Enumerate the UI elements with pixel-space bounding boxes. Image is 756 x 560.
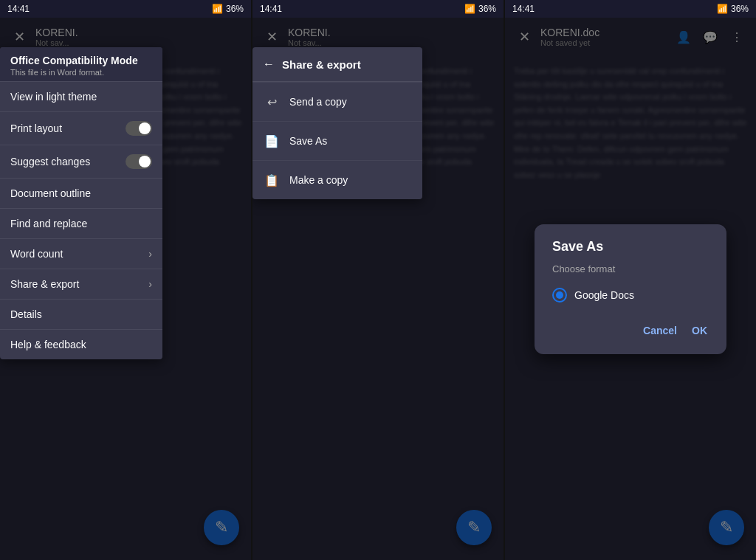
menu-item-word-count[interactable]: Word count ›: [0, 238, 162, 269]
dialog-title: Save As: [552, 239, 709, 255]
battery-1: 36%: [226, 4, 244, 14]
time-2: 14:41: [260, 4, 282, 14]
details-label: Details: [10, 308, 42, 320]
share-export-menu: ← Share & export ↩ Send a copy 📄 Save As…: [252, 47, 422, 199]
main-area: ✕ KORENI. Not sav... Treba per tôt kastí…: [0, 18, 756, 560]
status-panel-1: 14:41 📶 36%: [0, 0, 251, 18]
menu-header-subtitle: This file is in Word format.: [10, 68, 152, 77]
suggest-knob: [139, 156, 151, 167]
find-replace-label: Find and replace: [10, 218, 87, 229]
menu-item-suggest[interactable]: Suggest changes: [0, 145, 162, 178]
status-icons-1: 📶 36%: [212, 4, 244, 14]
dialog-option-text: Google Docs: [574, 289, 634, 301]
outline-label: Document outline: [10, 187, 91, 199]
word-count-chevron: ›: [148, 248, 152, 260]
save-as-dialog: Save As Choose format Google Docs Cancel…: [535, 224, 726, 354]
share-menu-title: Share & export: [282, 58, 361, 71]
menu-item-print-layout[interactable]: Print layout: [0, 111, 162, 145]
menu-header: Office Compatibility Mode This file is i…: [0, 47, 162, 81]
battery-2: 36%: [478, 4, 496, 14]
word-count-label: Word count: [10, 248, 63, 260]
panel-2: ✕ KORENI. Not sav... Treba per tôt kastí…: [252, 18, 504, 560]
menu-item-view-light-left: View in light theme: [10, 91, 97, 103]
share-export-chevron: ›: [148, 278, 152, 290]
time-1: 14:41: [7, 4, 30, 14]
battery-3: 36%: [731, 4, 749, 14]
main-dropdown-menu: Office Compatibility Mode This file is i…: [0, 47, 162, 359]
radio-circle[interactable]: [552, 288, 567, 303]
wifi-icon-2: 📶: [464, 4, 475, 14]
menu-item-details[interactable]: Details: [0, 299, 162, 329]
cancel-button[interactable]: Cancel: [642, 322, 678, 339]
suggest-toggle[interactable]: [126, 154, 152, 169]
dialog-subtitle: Choose format: [552, 263, 709, 274]
save-as-label: Save As: [289, 135, 327, 147]
print-layout-label: Print layout: [10, 122, 62, 134]
send-copy-icon: ↩: [263, 93, 281, 111]
status-icons-2: 📶 36%: [464, 4, 496, 14]
menu-item-suggest-left: Suggest changes: [10, 156, 90, 167]
print-layout-knob: [139, 122, 151, 134]
share-export-label: Share & export: [10, 278, 79, 290]
wifi-icon-3: 📶: [717, 4, 728, 14]
share-menu-header: ← Share & export: [252, 47, 422, 82]
print-layout-toggle[interactable]: [126, 121, 152, 136]
menu-item-share-export[interactable]: Share & export ›: [0, 269, 162, 299]
dialog-overlay[interactable]: Save As Choose format Google Docs Cancel…: [505, 18, 756, 560]
menu-item-outline[interactable]: Document outline: [0, 178, 162, 208]
status-bar: 14:41 📶 36% 14:41 📶 36% 14:41 📶 36%: [0, 0, 756, 18]
dialog-option-google-docs[interactable]: Google Docs: [552, 283, 709, 307]
menu-item-find-replace[interactable]: Find and replace: [0, 208, 162, 238]
menu-item-print-left: Print layout: [10, 122, 62, 134]
help-label: Help & feedback: [10, 339, 86, 350]
share-menu-item-save-as[interactable]: 📄 Save As: [252, 121, 422, 160]
time-3: 14:41: [512, 4, 535, 14]
menu-item-help[interactable]: Help & feedback: [0, 329, 162, 359]
panel-3: ✕ KORENI.doc Not saved yet 👤 💬 ⋮ Treba p…: [505, 18, 756, 560]
ok-button[interactable]: OK: [690, 322, 709, 339]
share-menu-item-make-copy[interactable]: 📋 Make a copy: [252, 160, 422, 199]
make-copy-label: Make a copy: [289, 174, 348, 186]
status-panel-2: 14:41 📶 36%: [252, 0, 504, 18]
view-light-label: View in light theme: [10, 91, 97, 103]
save-as-icon: 📄: [263, 132, 281, 150]
panel-1: ✕ KORENI. Not sav... Treba per tôt kastí…: [0, 18, 251, 560]
menu-header-title: Office Compatibility Mode: [10, 55, 152, 66]
send-copy-label: Send a copy: [289, 96, 347, 108]
make-copy-icon: 📋: [263, 171, 281, 189]
status-icons-3: 📶 36%: [717, 4, 749, 14]
radio-inner: [556, 291, 563, 299]
suggest-label: Suggest changes: [10, 156, 90, 167]
share-back-arrow[interactable]: ←: [263, 58, 275, 71]
share-menu-item-send-copy[interactable]: ↩ Send a copy: [252, 82, 422, 121]
status-panel-3: 14:41 📶 36%: [505, 0, 756, 18]
dialog-actions: Cancel OK: [552, 322, 709, 339]
wifi-icon-1: 📶: [212, 4, 223, 14]
menu-item-view-light[interactable]: View in light theme: [0, 81, 162, 111]
